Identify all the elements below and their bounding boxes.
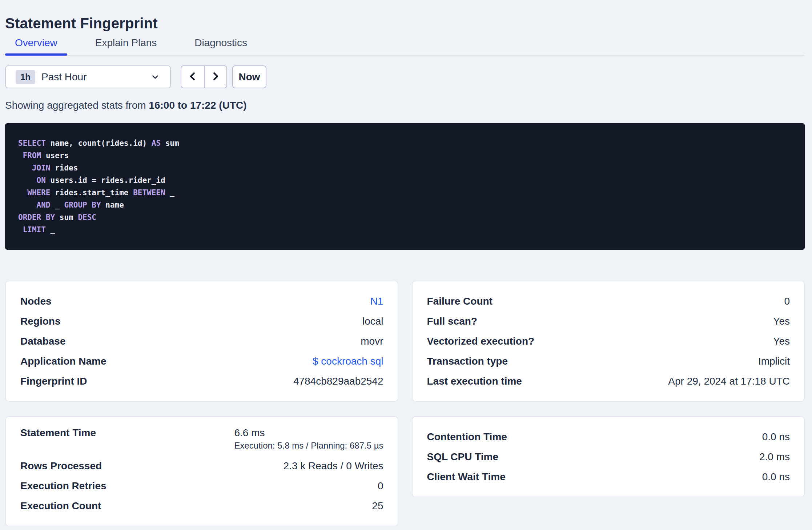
stat-label: Vectorized execution? <box>427 336 535 347</box>
sql-line: FROM users <box>18 149 792 162</box>
stat-row: Contention Time 0.0 ns <box>427 427 790 447</box>
stat-label: Contention Time <box>427 431 507 443</box>
stat-row: Full scan? Yes <box>427 311 790 331</box>
tab-explain-plans[interactable]: Explain Plans <box>85 37 167 55</box>
stat-label: Database <box>20 336 66 347</box>
sql-line: WHERE rides.start_time BETWEEN _ <box>18 186 792 199</box>
stat-value-wrap: $ cockroach sql <box>313 355 383 368</box>
stat-label: Full scan? <box>427 316 477 327</box>
stat-value-wrap: 2.0 ms <box>759 451 790 463</box>
timing-cards-row: Statement Time 6.6 ms Execution: 5.8 ms … <box>5 416 805 526</box>
tab-label: Diagnostics <box>194 37 247 48</box>
page-title: Statement Fingerprint <box>5 16 805 31</box>
stat-value-wrap: local <box>362 315 383 328</box>
stat-label: Statement Time <box>20 427 96 439</box>
sql-line: ORDER BY sum DESC <box>18 211 792 224</box>
stat-row: Nodes N1 <box>20 291 383 311</box>
stat-label: Transaction type <box>427 356 508 367</box>
stat-label: Nodes <box>20 296 52 307</box>
stat-value: Yes <box>773 336 790 347</box>
stat-value: 0.0 ns <box>762 471 790 482</box>
details-cards-row: Nodes N1 Regions local Database movr <box>5 281 805 402</box>
stat-row: Client Wait Time 0.0 ns <box>427 467 790 487</box>
stat-subvalue: Execution: 5.8 ms / Planning: 687.5 µs <box>234 441 383 451</box>
stat-value-wrap: 0.0 ns <box>762 431 790 443</box>
sql-line: ON users.id = rides.rider_id <box>18 174 792 186</box>
time-range-dropdown[interactable]: 1h Past Hour <box>5 65 171 88</box>
stat-label: Client Wait Time <box>427 471 506 483</box>
stat-value-wrap: Yes <box>773 315 790 328</box>
stat-value: 2.0 ms <box>759 451 790 462</box>
statement-timing-card: Statement Time 6.6 ms Execution: 5.8 ms … <box>5 416 398 526</box>
stat-value-wrap: movr <box>361 335 383 348</box>
stat-value-wrap: 2.3 k Reads / 0 Writes <box>284 460 383 472</box>
stat-row: Execution Retries 0 <box>20 476 383 496</box>
stat-value: Apr 29, 2024 at 17:18 UTC <box>668 376 790 387</box>
stat-row: Application Name $ cockroach sql <box>20 351 383 371</box>
stat-row: Regions local <box>20 311 383 331</box>
stat-value: 0 <box>378 480 383 491</box>
chevron-left-icon <box>187 71 198 83</box>
stat-value-wrap: Apr 29, 2024 at 17:18 UTC <box>668 375 790 388</box>
stat-label: Failure Count <box>427 296 493 307</box>
stat-label: SQL CPU Time <box>427 451 499 463</box>
sql-line: SELECT name, count(rides.id) AS sum <box>18 137 792 149</box>
stat-row: Transaction type Implicit <box>427 351 790 371</box>
stat-label: Application Name <box>20 356 106 367</box>
stat-row: Fingerprint ID 4784cb829aab2542 <box>20 371 383 391</box>
stat-row: Rows Processed 2.3 k Reads / 0 Writes <box>20 456 383 476</box>
tab-overview[interactable]: Overview <box>5 37 67 55</box>
tab-diagnostics[interactable]: Diagnostics <box>185 37 257 55</box>
stat-value: 4784cb829aab2542 <box>293 376 383 387</box>
stat-row: Failure Count 0 <box>427 291 790 311</box>
statement-fingerprint-page: Statement Fingerprint Overview Explain P… <box>0 0 812 526</box>
stat-label: Last execution time <box>427 376 522 387</box>
stat-row: Vectorized execution? Yes <box>427 331 790 351</box>
stat-value: Implicit <box>758 356 790 367</box>
chevron-right-icon <box>210 71 221 83</box>
stat-label: Rows Processed <box>20 460 102 472</box>
stat-value-wrap: Implicit <box>758 355 790 368</box>
stat-value-wrap: Yes <box>773 335 790 348</box>
stat-value[interactable]: N1 <box>370 296 383 307</box>
previous-time-button[interactable] <box>181 66 204 88</box>
stat-row: Last execution time Apr 29, 2024 at 17:1… <box>427 371 790 391</box>
time-controls: 1h Past Hour Now <box>5 65 805 88</box>
stat-label: Fingerprint ID <box>20 376 87 387</box>
execution-attributes-card: Failure Count 0 Full scan? Yes Vectorize… <box>412 281 805 402</box>
general-details-card: Nodes N1 Regions local Database movr <box>5 281 398 402</box>
stat-row: Database movr <box>20 331 383 351</box>
stat-row: SQL CPU Time 2.0 ms <box>427 447 790 467</box>
stat-value-wrap: 0.0 ns <box>762 471 790 483</box>
stat-value-wrap: 4784cb829aab2542 <box>293 375 383 388</box>
wait-timing-card: Contention Time 0.0 ns SQL CPU Time 2.0 … <box>412 416 805 497</box>
sql-statement-box: SELECT name, count(rides.id) AS sum FROM… <box>5 123 805 250</box>
aggregated-stats-line: Showing aggregated stats from 16:00 to 1… <box>5 100 805 111</box>
sql-line: LIMIT _ <box>18 224 792 236</box>
stat-row: Statement Time 6.6 ms Execution: 5.8 ms … <box>20 427 383 456</box>
sql-line: JOIN rides <box>18 162 792 174</box>
time-range-label: Past Hour <box>41 71 87 83</box>
stat-row: Execution Count 25 <box>20 496 383 516</box>
next-time-button[interactable] <box>204 66 226 88</box>
now-button-label: Now <box>238 71 260 83</box>
stat-label: Regions <box>20 316 60 327</box>
chevron-down-icon <box>150 72 160 82</box>
time-interval-badge: 1h <box>16 70 35 84</box>
tab-label: Overview <box>15 37 57 48</box>
stat-label: Execution Count <box>20 500 101 512</box>
stat-label: Execution Retries <box>20 480 106 492</box>
stat-value: 0.0 ns <box>762 431 790 442</box>
tab-label: Explain Plans <box>95 37 157 48</box>
stat-value-wrap: 0 <box>378 480 383 492</box>
stat-value[interactable]: $ cockroach sql <box>313 356 383 367</box>
stats-line-prefix: Showing aggregated stats from <box>5 100 149 111</box>
sql-line: AND _ GROUP BY name <box>18 199 792 211</box>
stat-value: 6.6 ms <box>234 427 265 438</box>
stat-value: 0 <box>784 296 790 307</box>
stat-value: 2.3 k Reads / 0 Writes <box>284 460 383 471</box>
stat-value: local <box>362 316 383 327</box>
stat-value: 25 <box>372 500 383 511</box>
now-button[interactable]: Now <box>232 65 266 88</box>
stat-value-wrap: 0 <box>784 295 790 308</box>
